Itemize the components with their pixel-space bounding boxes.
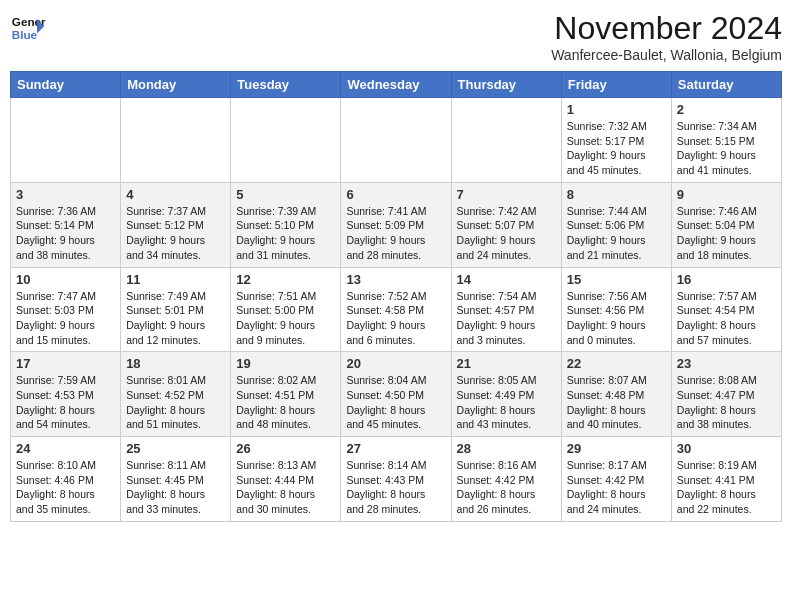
calendar-week-row: 10Sunrise: 7:47 AM Sunset: 5:03 PM Dayli… (11, 267, 782, 352)
logo: General Blue (10, 10, 46, 46)
day-number: 4 (126, 187, 225, 202)
day-number: 25 (126, 441, 225, 456)
day-info: Sunrise: 7:47 AM Sunset: 5:03 PM Dayligh… (16, 289, 115, 348)
day-number: 6 (346, 187, 445, 202)
calendar-cell (231, 98, 341, 183)
day-number: 17 (16, 356, 115, 371)
weekday-header-saturday: Saturday (671, 72, 781, 98)
day-info: Sunrise: 7:34 AM Sunset: 5:15 PM Dayligh… (677, 119, 776, 178)
day-info: Sunrise: 8:08 AM Sunset: 4:47 PM Dayligh… (677, 373, 776, 432)
calendar-cell (341, 98, 451, 183)
day-info: Sunrise: 7:57 AM Sunset: 4:54 PM Dayligh… (677, 289, 776, 348)
day-number: 19 (236, 356, 335, 371)
calendar-cell (451, 98, 561, 183)
weekday-header-wednesday: Wednesday (341, 72, 451, 98)
calendar-cell: 17Sunrise: 7:59 AM Sunset: 4:53 PM Dayli… (11, 352, 121, 437)
day-number: 30 (677, 441, 776, 456)
calendar-cell: 21Sunrise: 8:05 AM Sunset: 4:49 PM Dayli… (451, 352, 561, 437)
day-number: 11 (126, 272, 225, 287)
day-number: 5 (236, 187, 335, 202)
calendar-cell: 3Sunrise: 7:36 AM Sunset: 5:14 PM Daylig… (11, 182, 121, 267)
calendar-cell: 22Sunrise: 8:07 AM Sunset: 4:48 PM Dayli… (561, 352, 671, 437)
calendar-cell: 11Sunrise: 7:49 AM Sunset: 5:01 PM Dayli… (121, 267, 231, 352)
day-number: 14 (457, 272, 556, 287)
day-number: 26 (236, 441, 335, 456)
day-info: Sunrise: 8:04 AM Sunset: 4:50 PM Dayligh… (346, 373, 445, 432)
day-info: Sunrise: 7:44 AM Sunset: 5:06 PM Dayligh… (567, 204, 666, 263)
day-number: 22 (567, 356, 666, 371)
calendar-cell: 25Sunrise: 8:11 AM Sunset: 4:45 PM Dayli… (121, 437, 231, 522)
day-info: Sunrise: 7:54 AM Sunset: 4:57 PM Dayligh… (457, 289, 556, 348)
calendar-cell: 6Sunrise: 7:41 AM Sunset: 5:09 PM Daylig… (341, 182, 451, 267)
day-number: 16 (677, 272, 776, 287)
calendar-cell: 18Sunrise: 8:01 AM Sunset: 4:52 PM Dayli… (121, 352, 231, 437)
weekday-header-sunday: Sunday (11, 72, 121, 98)
calendar-week-row: 3Sunrise: 7:36 AM Sunset: 5:14 PM Daylig… (11, 182, 782, 267)
day-info: Sunrise: 8:05 AM Sunset: 4:49 PM Dayligh… (457, 373, 556, 432)
day-number: 12 (236, 272, 335, 287)
calendar-cell: 9Sunrise: 7:46 AM Sunset: 5:04 PM Daylig… (671, 182, 781, 267)
calendar-cell: 24Sunrise: 8:10 AM Sunset: 4:46 PM Dayli… (11, 437, 121, 522)
day-number: 18 (126, 356, 225, 371)
calendar-week-row: 17Sunrise: 7:59 AM Sunset: 4:53 PM Dayli… (11, 352, 782, 437)
calendar-cell: 8Sunrise: 7:44 AM Sunset: 5:06 PM Daylig… (561, 182, 671, 267)
day-info: Sunrise: 7:42 AM Sunset: 5:07 PM Dayligh… (457, 204, 556, 263)
day-number: 10 (16, 272, 115, 287)
calendar-cell: 29Sunrise: 8:17 AM Sunset: 4:42 PM Dayli… (561, 437, 671, 522)
day-number: 3 (16, 187, 115, 202)
day-number: 13 (346, 272, 445, 287)
calendar-cell: 28Sunrise: 8:16 AM Sunset: 4:42 PM Dayli… (451, 437, 561, 522)
title-area: November 2024 Wanfercee-Baulet, Wallonia… (551, 10, 782, 63)
day-number: 20 (346, 356, 445, 371)
calendar-cell: 20Sunrise: 8:04 AM Sunset: 4:50 PM Dayli… (341, 352, 451, 437)
svg-text:Blue: Blue (12, 28, 38, 41)
calendar-cell (121, 98, 231, 183)
day-info: Sunrise: 8:01 AM Sunset: 4:52 PM Dayligh… (126, 373, 225, 432)
day-number: 24 (16, 441, 115, 456)
calendar-cell: 23Sunrise: 8:08 AM Sunset: 4:47 PM Dayli… (671, 352, 781, 437)
day-info: Sunrise: 7:46 AM Sunset: 5:04 PM Dayligh… (677, 204, 776, 263)
day-info: Sunrise: 8:16 AM Sunset: 4:42 PM Dayligh… (457, 458, 556, 517)
general-blue-logo-icon: General Blue (10, 10, 46, 46)
calendar-cell (11, 98, 121, 183)
calendar-cell: 27Sunrise: 8:14 AM Sunset: 4:43 PM Dayli… (341, 437, 451, 522)
calendar-cell: 10Sunrise: 7:47 AM Sunset: 5:03 PM Dayli… (11, 267, 121, 352)
page-header: General Blue November 2024 Wanfercee-Bau… (10, 10, 782, 63)
day-number: 21 (457, 356, 556, 371)
calendar-cell: 19Sunrise: 8:02 AM Sunset: 4:51 PM Dayli… (231, 352, 341, 437)
calendar-cell: 13Sunrise: 7:52 AM Sunset: 4:58 PM Dayli… (341, 267, 451, 352)
day-number: 27 (346, 441, 445, 456)
day-info: Sunrise: 8:10 AM Sunset: 4:46 PM Dayligh… (16, 458, 115, 517)
location-subtitle: Wanfercee-Baulet, Wallonia, Belgium (551, 47, 782, 63)
calendar-cell: 16Sunrise: 7:57 AM Sunset: 4:54 PM Dayli… (671, 267, 781, 352)
day-info: Sunrise: 7:32 AM Sunset: 5:17 PM Dayligh… (567, 119, 666, 178)
calendar-cell: 2Sunrise: 7:34 AM Sunset: 5:15 PM Daylig… (671, 98, 781, 183)
calendar-table: SundayMondayTuesdayWednesdayThursdayFrid… (10, 71, 782, 522)
calendar-week-row: 1Sunrise: 7:32 AM Sunset: 5:17 PM Daylig… (11, 98, 782, 183)
day-info: Sunrise: 7:41 AM Sunset: 5:09 PM Dayligh… (346, 204, 445, 263)
day-number: 9 (677, 187, 776, 202)
day-number: 8 (567, 187, 666, 202)
weekday-header-friday: Friday (561, 72, 671, 98)
day-number: 1 (567, 102, 666, 117)
calendar-cell: 5Sunrise: 7:39 AM Sunset: 5:10 PM Daylig… (231, 182, 341, 267)
calendar-cell: 26Sunrise: 8:13 AM Sunset: 4:44 PM Dayli… (231, 437, 341, 522)
day-info: Sunrise: 7:59 AM Sunset: 4:53 PM Dayligh… (16, 373, 115, 432)
calendar-cell: 30Sunrise: 8:19 AM Sunset: 4:41 PM Dayli… (671, 437, 781, 522)
calendar-cell: 1Sunrise: 7:32 AM Sunset: 5:17 PM Daylig… (561, 98, 671, 183)
month-title: November 2024 (551, 10, 782, 47)
weekday-header-thursday: Thursday (451, 72, 561, 98)
day-info: Sunrise: 7:52 AM Sunset: 4:58 PM Dayligh… (346, 289, 445, 348)
calendar-cell: 7Sunrise: 7:42 AM Sunset: 5:07 PM Daylig… (451, 182, 561, 267)
calendar-cell: 4Sunrise: 7:37 AM Sunset: 5:12 PM Daylig… (121, 182, 231, 267)
day-number: 29 (567, 441, 666, 456)
day-info: Sunrise: 8:17 AM Sunset: 4:42 PM Dayligh… (567, 458, 666, 517)
day-number: 28 (457, 441, 556, 456)
day-info: Sunrise: 7:39 AM Sunset: 5:10 PM Dayligh… (236, 204, 335, 263)
day-info: Sunrise: 8:07 AM Sunset: 4:48 PM Dayligh… (567, 373, 666, 432)
calendar-cell: 15Sunrise: 7:56 AM Sunset: 4:56 PM Dayli… (561, 267, 671, 352)
day-info: Sunrise: 7:51 AM Sunset: 5:00 PM Dayligh… (236, 289, 335, 348)
day-info: Sunrise: 7:37 AM Sunset: 5:12 PM Dayligh… (126, 204, 225, 263)
day-info: Sunrise: 7:56 AM Sunset: 4:56 PM Dayligh… (567, 289, 666, 348)
day-info: Sunrise: 8:14 AM Sunset: 4:43 PM Dayligh… (346, 458, 445, 517)
